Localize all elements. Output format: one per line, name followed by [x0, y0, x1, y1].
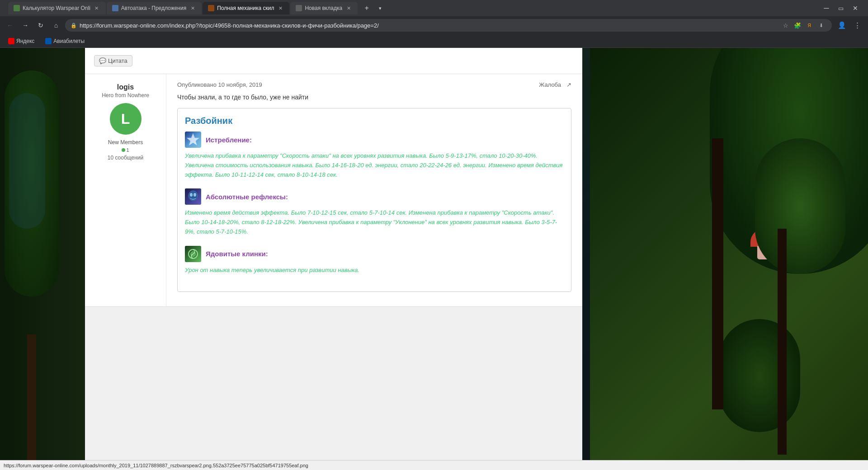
- home-button[interactable]: ⌂: [50, 19, 62, 32]
- skill-reflexes: Абсолютные рефлексы: Изменено время дейс…: [185, 188, 564, 236]
- pip-number: 1: [126, 147, 129, 153]
- post-layout: logis Hero from Nowhere L New Members 1 …: [85, 74, 582, 306]
- bookmark-aviabitety[interactable]: Авиабилеты: [42, 37, 87, 45]
- report-link[interactable]: Жалоба: [539, 81, 561, 88]
- forest-right-decoration: [590, 48, 868, 470]
- url-input[interactable]: [80, 22, 778, 29]
- skill-icon-extermination: [185, 132, 201, 148]
- forward-button[interactable]: →: [19, 19, 32, 32]
- more-menu-button[interactable]: ⋮: [850, 18, 864, 33]
- tab-label-polnaya: Полная механика скил: [217, 5, 274, 11]
- tab-favicon-new: [296, 5, 302, 11]
- page-background: 💬 Цитата logis Hero from Nowhere L New M…: [0, 48, 868, 470]
- tab-label-new: Новая вкладка: [305, 5, 342, 11]
- post-intro: Чтобы знали, а то где то было, уже не на…: [177, 94, 571, 101]
- lock-icon: 🔒: [71, 23, 77, 28]
- share-icon[interactable]: ↗: [566, 81, 571, 88]
- tab-polnaya[interactable]: Полная механика скил ✕: [203, 2, 289, 14]
- reload-button[interactable]: ↻: [34, 19, 47, 32]
- bookmark-label-yandex: Яндекс: [16, 38, 34, 44]
- tab-close-autoataka[interactable]: ✕: [189, 5, 196, 12]
- extension-puzzle-icon[interactable]: 🧩: [792, 20, 803, 31]
- post-count: 10 сообщений: [92, 155, 159, 161]
- username: logis: [92, 83, 159, 91]
- quote-icon: 💬: [99, 57, 106, 64]
- svg-point-4: [190, 193, 193, 197]
- close-window-button[interactable]: ✕: [850, 3, 861, 14]
- post-container: logis Hero from Nowhere L New Members 1 …: [85, 74, 582, 307]
- browser-chrome: Калькулятор Warspear Onli ✕ Автоатака - …: [0, 0, 868, 48]
- skill-name-reflexes: Абсолютные рефлексы:: [206, 193, 288, 201]
- tab-close-new[interactable]: ✕: [345, 5, 352, 12]
- avatar-letter: L: [121, 111, 130, 127]
- skill-desc-extermination: Увеличена прибавка к параметру "Скорость…: [185, 151, 564, 179]
- user-title: Hero from Nowhere: [92, 92, 159, 99]
- tab-favicon-kalkulyator: [14, 5, 20, 11]
- quote-button-top[interactable]: 💬 Цитата: [94, 55, 132, 66]
- post-sidebar: logis Hero from Nowhere L New Members 1 …: [85, 74, 166, 306]
- skill-desc-reflexes: Изменено время действия эффекта. Было 7-…: [185, 208, 564, 236]
- svg-point-5: [193, 193, 196, 197]
- prev-post-stub: 💬 Цитата: [85, 48, 582, 74]
- tab-label-kalkulyator: Калькулятор Warspear Onli: [23, 5, 90, 11]
- post-actions: Жалоба ↗: [539, 81, 571, 88]
- status-url: https://forum.warspear-online.com/upload…: [4, 463, 308, 468]
- game-content-box: Разбойник: [177, 108, 571, 292]
- profile-button[interactable]: 👤: [835, 18, 849, 33]
- tab-close-kalkulyator[interactable]: ✕: [93, 5, 100, 12]
- address-bar-row: ← → ↻ ⌂ 🔒 ☆ 🧩 Я ⬇ 👤 ⋮: [0, 16, 868, 34]
- tab-favicon-polnaya: [208, 5, 214, 11]
- post-content-main: Опубликовано 10 ноября, 2019 Жалоба ↗ Чт…: [166, 74, 582, 306]
- pip-dot: [122, 148, 125, 152]
- skill-icon-reflexes: [185, 188, 201, 205]
- post-meta: Опубликовано 10 ноября, 2019 Жалоба ↗: [177, 81, 571, 88]
- bookmark-label-aviabitety: Авиабилеты: [53, 38, 85, 44]
- status-bar: https://forum.warspear-online.com/upload…: [0, 460, 868, 470]
- skill-poison: Ядовитые клинки: Урон от навыка теперь у…: [185, 246, 564, 275]
- skill-name-poison: Ядовитые клинки:: [206, 250, 268, 258]
- skill-header-extermination: Истребление:: [185, 132, 564, 148]
- yandex-icon[interactable]: Я: [804, 20, 815, 31]
- maximize-button[interactable]: ▭: [835, 3, 846, 14]
- minimize-button[interactable]: ─: [821, 3, 832, 14]
- user-avatar: L: [110, 103, 142, 135]
- skill-name-extermination: Истребление:: [206, 136, 252, 144]
- quote-label: Цитата: [108, 57, 127, 64]
- toolbar-right: 👤 ⋮: [835, 18, 864, 33]
- skill-header-poison: Ядовитые клинки:: [185, 246, 564, 262]
- tab-bar: Калькулятор Warspear Onli ✕ Автоатака - …: [0, 0, 868, 16]
- bookmark-favicon-yandex: [8, 38, 14, 44]
- skill-header-reflexes: Абсолютные рефлексы:: [185, 188, 564, 205]
- tab-close-polnaya[interactable]: ✕: [277, 5, 284, 12]
- forest-left-decoration: [0, 48, 86, 470]
- bookmarks-bar: Яндекс Авиабилеты: [0, 34, 868, 48]
- tab-autoataka[interactable]: Автоатака - Предложения ✕: [107, 2, 202, 14]
- tab-add-button[interactable]: +: [360, 2, 373, 14]
- user-pip: 1: [92, 147, 159, 153]
- content-area: 💬 Цитата logis Hero from Nowhere L New M…: [85, 48, 582, 470]
- download-icon[interactable]: ⬇: [816, 20, 826, 31]
- class-title: Разбойник: [185, 116, 564, 126]
- address-right-icons: ☆ 🧩 Я ⬇: [780, 20, 826, 31]
- tab-new[interactable]: Новая вкладка ✕: [290, 2, 358, 14]
- post-date: Опубликовано 10 ноября, 2019: [177, 81, 262, 88]
- tab-kalkulyator[interactable]: Калькулятор Warspear Onli ✕: [8, 2, 106, 14]
- tab-favicon-autoataka: [112, 5, 118, 11]
- bookmark-favicon-aviabitety: [45, 38, 52, 44]
- skill-desc-poison: Урон от навыка теперь увеличивается при …: [185, 266, 564, 275]
- user-role-badge: New Members: [92, 139, 159, 146]
- bookmark-star-icon[interactable]: ☆: [780, 20, 791, 31]
- address-box[interactable]: 🔒 ☆ 🧩 Я ⬇: [65, 19, 832, 32]
- skill-extermination: Истребление: Увеличена прибавка к параме…: [185, 132, 564, 179]
- tab-list-dropdown[interactable]: ▾: [374, 2, 387, 14]
- bookmark-yandex[interactable]: Яндекс: [5, 37, 37, 45]
- skill-icon-poison: [185, 246, 201, 262]
- back-button[interactable]: ←: [4, 19, 16, 32]
- tab-label-autoataka: Автоатака - Предложения: [121, 5, 186, 11]
